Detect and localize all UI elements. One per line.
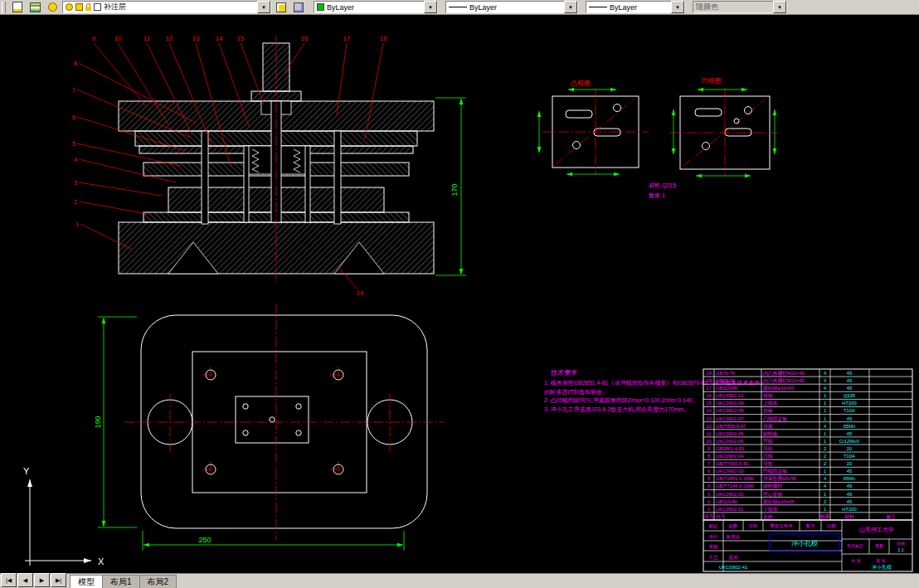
layer-dropdown[interactable]: 补注层 ▼ — [62, 1, 271, 13]
bom-cell: 45 — [847, 469, 852, 474]
bom-cell: 内六角螺钉M10×50 — [763, 377, 805, 384]
bom-cell: 上模座 — [763, 401, 778, 406]
dim-text: 190 — [94, 415, 102, 428]
layer-previous-icon — [294, 2, 304, 12]
bom-cell: HT200 — [842, 401, 856, 406]
bom-cell: 5 — [707, 476, 710, 481]
tab-scroll-first-button[interactable]: |◀ — [1, 573, 17, 587]
bom-header-cell: 代号 — [715, 514, 726, 519]
layer-sun-button[interactable] — [45, 1, 60, 13]
bom-cell: 模柄 — [763, 393, 773, 399]
bom-cell: 卸料板 — [763, 431, 778, 436]
bom-cell: GB119-86 — [716, 499, 737, 504]
bom-cell: 45 — [847, 416, 852, 421]
bom-cell: 14 — [706, 408, 712, 413]
tb-label: 分区 — [749, 523, 759, 528]
parts-list-table: 19GB70-76内六角螺钉M10×4044518GB70-76内六角螺钉M10… — [703, 369, 912, 520]
bom-cell: 1 — [824, 507, 826, 512]
layer-color-chip[interactable] — [94, 3, 101, 11]
tab-scroll-next-button[interactable]: ▶ — [34, 573, 50, 587]
drawing-canvas[interactable]: 9101112131415161718 87654321 19 170 凸模图 — [0, 15, 919, 573]
tb-label: 签字 — [806, 523, 816, 529]
layer-on-icon[interactable] — [66, 3, 73, 11]
bom-cell: GB/T859.6-87 — [716, 424, 746, 429]
bom-cell: 15 — [706, 401, 711, 406]
bom-header-cell: 材料 — [844, 514, 854, 520]
bom-cell: 4 — [824, 476, 827, 481]
layer-freeze-icon[interactable] — [75, 3, 83, 11]
notes-title: 技术要求 — [550, 369, 577, 377]
bom-cell: 1 — [824, 469, 826, 474]
callout-number: 10 — [114, 35, 122, 42]
bom-cell: 6 — [707, 469, 710, 474]
note-line: 2. 凸凹模间隙均匀,冲裁双面间隙Zmax=0.100,Zmin=0.140。 — [544, 397, 698, 404]
tb-label: 第 张 — [876, 558, 885, 564]
tb-label: 阶段标记 — [847, 543, 863, 549]
chevron-down-icon: ▼ — [773, 1, 786, 13]
bom-header-cell: 数量 — [820, 514, 830, 519]
tab-scroll-last-button[interactable]: ▶| — [51, 573, 66, 587]
bom-cell: Cr12MoV — [839, 439, 860, 444]
bom-cell: GB70-76 — [716, 371, 735, 376]
tb-label: 比例 — [897, 542, 905, 547]
tab-布局1[interactable]: 布局1 — [102, 575, 140, 588]
chevron-down-icon[interactable]: ▼ — [424, 1, 437, 13]
linetype-dropdown[interactable]: ByLayer ▼ — [445, 1, 578, 13]
bom-cell: 1 — [824, 416, 826, 421]
color-dropdown[interactable]: ByLayer ▼ — [314, 1, 438, 13]
callout-number: 9 — [92, 35, 96, 42]
bom-cell: UKC0902-02 — [716, 492, 744, 497]
lineweight-dropdown[interactable]: ByLayer ▼ — [586, 1, 685, 13]
dim-plate-width: 250 — [143, 531, 404, 551]
bom-cell: GB/T2861.6-1990 — [716, 476, 754, 481]
bom-cell: Q235 — [844, 393, 855, 398]
chevron-down-icon[interactable]: ▼ — [671, 1, 684, 13]
bom-cell: 45 — [847, 492, 852, 497]
bom-cell: 19 — [706, 371, 711, 376]
bom-cell: 12 — [706, 424, 711, 429]
layer-previous-button[interactable] — [291, 1, 306, 13]
bom-cell: UKC0902-10 — [716, 393, 744, 398]
bom-cell: UKC0902-05 — [716, 439, 744, 444]
bom-cell: 11 — [706, 431, 711, 436]
bom-cell: GB/T7246.6-1990 — [716, 484, 754, 488]
bom-cell: 2 — [824, 499, 826, 504]
ucs-icon: Y X — [23, 466, 105, 566]
bom-cell: 凸模固定板 — [763, 415, 787, 422]
bom-cell: GB2861.6-81 — [716, 446, 744, 451]
dim-text: 170 — [450, 183, 459, 196]
bom-cell: 圆柱销φ10×50 — [763, 385, 794, 391]
bom-cell: 45 — [847, 484, 852, 488]
bom-cell: 1 — [824, 408, 826, 413]
note-line: 3. 冲小孔工序选用J23-6.3型压力机,闭合高度为170mm。 — [544, 406, 689, 413]
make-object-layer-current-button[interactable] — [274, 1, 289, 13]
layer-lock-icon[interactable] — [85, 7, 91, 11]
color-dropdown-value: ByLayer — [327, 3, 354, 12]
lineweight-sample-icon — [589, 7, 607, 7]
bom-cell: 内六角螺钉M10×40 — [763, 370, 805, 377]
drawing-title-small: 冲小孔模 — [872, 564, 892, 571]
bom-cell: UKC0902-01 — [716, 507, 744, 512]
bom-cell: 圆柱销φ10×65 — [763, 498, 794, 505]
bom-cell: 1 — [824, 439, 826, 444]
bom-cell: T10A — [844, 408, 855, 413]
bom-cell: 45 — [847, 386, 852, 391]
tb-label: 批准 — [729, 555, 739, 561]
bom-cell: T10A — [844, 454, 855, 459]
chevron-down-icon[interactable]: ▼ — [257, 1, 270, 13]
layer-properties-button[interactable] — [10, 1, 25, 13]
bom-cell: 卸料螺钉 — [763, 483, 782, 489]
bom-cell: 18 — [706, 378, 711, 383]
tb-label: 设计 — [709, 534, 719, 539]
bom-cell: 17 — [706, 386, 711, 391]
chevron-down-icon[interactable]: ▼ — [564, 1, 577, 13]
tab-模型[interactable]: 模型 — [70, 575, 103, 588]
tab-布局2[interactable]: 布局2 — [139, 575, 177, 588]
layer-states-button[interactable] — [27, 1, 42, 13]
toolbar-grip[interactable] — [2, 2, 6, 13]
bom-cell: 45 — [847, 499, 852, 504]
tab-scroll-prev-button[interactable]: ◀ — [17, 573, 33, 587]
bom-cell: 1 — [824, 393, 826, 398]
callout-number: 12 — [166, 35, 173, 42]
plan-view — [124, 304, 445, 541]
